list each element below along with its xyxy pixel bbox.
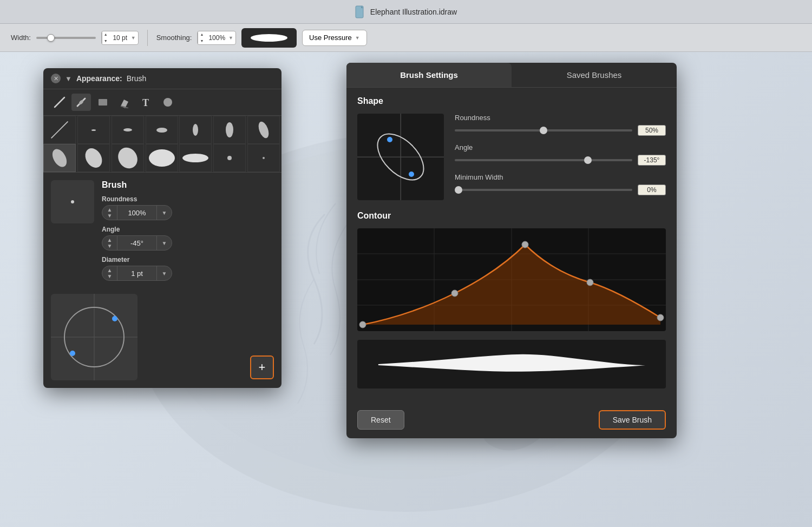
title-bar: Elephant Illustration.idraw	[0, 0, 812, 24]
svg-point-11	[182, 154, 208, 162]
angle-dropdown-button[interactable]: ▼	[156, 236, 172, 250]
brush-cell-13[interactable]	[213, 144, 246, 172]
roundness-slider-thumb[interactable]	[540, 127, 547, 134]
brush-cell-5[interactable]	[179, 116, 212, 144]
width-label: Width:	[11, 34, 31, 42]
shape-tool-button[interactable]	[158, 94, 178, 111]
smoothing-up-arrow[interactable]: ▲	[198, 31, 205, 38]
brush-cell-2[interactable]	[77, 116, 110, 144]
tabs-row: Brush Settings Saved Brushes	[346, 63, 677, 88]
angle-shape-slider[interactable]	[455, 159, 632, 161]
line-tool-button[interactable]	[50, 94, 69, 111]
width-arrows[interactable]: ▲ ▼	[102, 31, 109, 44]
diameter-dropdown-button[interactable]: ▼	[156, 266, 172, 280]
shape-controls: Roundness 50% Angle	[455, 114, 666, 200]
width-down-arrow[interactable]: ▼	[102, 38, 109, 44]
appearance-panel: ✕ ▼ Appearance: Brush	[43, 68, 281, 388]
use-pressure-button[interactable]: Use Pressure ▼	[302, 30, 367, 46]
brush-tool-button[interactable]	[71, 94, 91, 111]
circle-preview-row	[43, 294, 281, 388]
roundness-control-label: Roundness	[102, 195, 274, 203]
svg-point-21	[409, 172, 414, 177]
roundness-shape-row-input: 50%	[455, 125, 666, 136]
width-stepper[interactable]: ▲ ▼ 10 pt ▼	[101, 31, 139, 45]
brush-cell-3[interactable]	[112, 116, 144, 144]
canvas-area[interactable]: ✕ ▼ Appearance: Brush	[0, 52, 812, 527]
use-pressure-label: Use Pressure	[309, 34, 352, 42]
brush-cell-12[interactable]	[179, 144, 212, 172]
small-brush-preview	[51, 180, 94, 223]
width-slider-track[interactable]	[36, 37, 96, 39]
roundness-stepper[interactable]: ▲▼ 100% ▼	[102, 205, 172, 220]
brush-preview-button[interactable]	[241, 28, 297, 48]
brush-controls: Brush Roundness ▲▼ 100% ▼ Angle ▲▼ -45° …	[102, 180, 274, 286]
brush-cell-10[interactable]	[112, 144, 144, 172]
brush-cell-14[interactable]	[247, 144, 280, 172]
rect-tool-button[interactable]	[93, 94, 113, 111]
min-width-value: 0%	[638, 185, 666, 195]
roundness-dropdown-button[interactable]: ▼	[156, 206, 172, 220]
tab-brush-settings[interactable]: Brush Settings	[346, 63, 512, 87]
width-up-arrow[interactable]: ▲	[102, 31, 109, 38]
brush-cell-9[interactable]	[77, 144, 110, 172]
diameter-stepper[interactable]: ▲▼ 1 pt ▼	[102, 266, 172, 281]
roundness-shape-slider[interactable]	[455, 129, 632, 131]
svg-point-16	[70, 351, 75, 356]
collapse-arrow[interactable]: ▼	[65, 75, 72, 83]
width-slider-thumb[interactable]	[47, 34, 55, 42]
smoothing-arrows[interactable]: ▲ ▼	[198, 31, 205, 44]
close-button[interactable]: ✕	[51, 74, 61, 83]
brush-cell-4[interactable]	[146, 116, 178, 144]
min-width-slider[interactable]	[455, 189, 632, 191]
angle-slider-thumb[interactable]	[584, 156, 592, 164]
brush-preview-strip	[357, 340, 666, 388]
roundness-decrease-button[interactable]: ▲▼	[102, 206, 117, 220]
contour-section: Contour	[357, 211, 666, 331]
min-width-label: Minimum Width	[455, 173, 666, 181]
contour-graph[interactable]	[357, 228, 666, 331]
width-slider-container	[36, 37, 96, 39]
crosshair-svg	[51, 294, 137, 380]
min-width-row: Minimum Width 0%	[455, 173, 666, 195]
svg-point-31	[587, 279, 593, 286]
angle-stepper-value: -45°	[117, 239, 156, 247]
brush-cell-8[interactable]	[43, 144, 76, 172]
eraser-tool-button[interactable]	[115, 94, 134, 111]
smoothing-label: Smoothing:	[156, 34, 192, 42]
brush-cell-6[interactable]	[213, 116, 246, 144]
circle-preview-box	[51, 294, 137, 380]
toolbar: Width: ▲ ▼ 10 pt ▼ Smoothing: ▲ ▼ 100% ▼…	[0, 24, 812, 52]
smoothing-down-arrow[interactable]: ▼	[198, 38, 205, 44]
svg-point-9	[163, 98, 172, 107]
brush-name-label: Brush	[102, 180, 274, 190]
use-pressure-chevron: ▼	[355, 35, 360, 41]
svg-point-1	[251, 34, 287, 42]
svg-point-20	[387, 137, 392, 142]
min-width-row-input: 0%	[455, 185, 666, 195]
angle-stepper[interactable]: ▲▼ -45° ▼	[102, 235, 172, 251]
eraser-tool-icon	[119, 96, 130, 108]
add-brush-button[interactable]: +	[250, 355, 274, 379]
angle-decrease-button[interactable]: ▲▼	[102, 236, 117, 250]
text-tool-icon: T	[140, 96, 152, 108]
title-text: Elephant Illustration.idraw	[370, 8, 457, 16]
smoothing-stepper[interactable]: ▲ ▼ 100% ▼	[197, 31, 236, 45]
diameter-control-label: Diameter	[102, 256, 274, 264]
line-tool-icon	[54, 96, 66, 108]
tab-saved-brushes[interactable]: Saved Brushes	[512, 63, 677, 87]
min-width-slider-thumb[interactable]	[455, 186, 462, 194]
smoothing-chevron[interactable]: ▼	[228, 35, 235, 41]
diameter-stepper-value: 1 pt	[117, 269, 156, 278]
diameter-decrease-button[interactable]: ▲▼	[102, 266, 117, 280]
shape-tool-icon	[162, 96, 174, 108]
reset-button[interactable]: Reset	[357, 410, 404, 430]
width-chevron[interactable]: ▼	[131, 35, 138, 41]
angle-shape-value: -135°	[638, 155, 666, 166]
brush-cell-1[interactable]	[43, 116, 76, 144]
panel-title: Appearance:	[76, 74, 122, 83]
brush-cell-7[interactable]	[247, 116, 280, 144]
brush-shape-svg	[250, 33, 288, 43]
save-brush-button[interactable]: Save Brush	[599, 410, 666, 430]
brush-cell-11[interactable]	[146, 144, 178, 172]
text-tool-button[interactable]: T	[136, 94, 156, 111]
